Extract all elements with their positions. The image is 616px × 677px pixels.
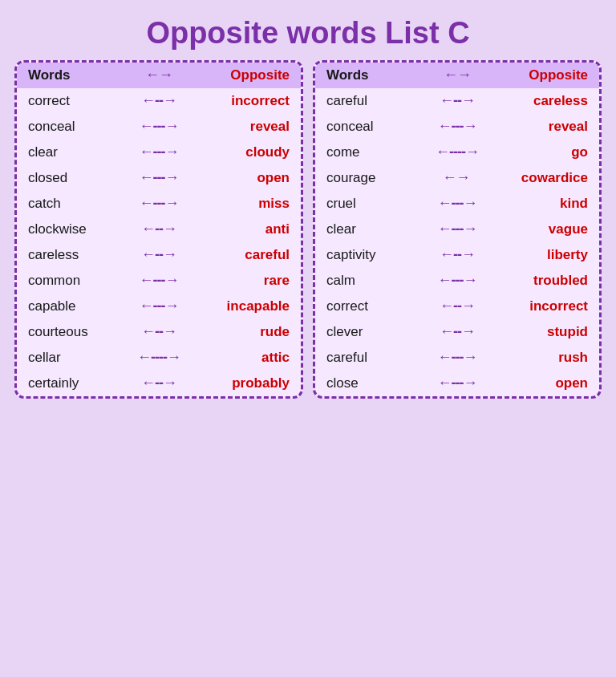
word-label: conceal [28, 119, 92, 135]
word-label: calm [326, 273, 391, 289]
table-row: clever ←‑‑→ stupid [315, 319, 599, 345]
right-table: Words ←→ Opposite careful ←‑‑→ careless … [313, 60, 602, 399]
word-label: clear [28, 144, 92, 160]
word-label: closed [28, 170, 92, 186]
arrow-icon: ←‑‑‑→ [92, 272, 225, 289]
opposite-label: miss [225, 196, 290, 212]
right-table-header: Words ←→ Opposite [315, 63, 599, 88]
arrow-icon: ←‑‑→ [391, 92, 524, 109]
word-label: correct [326, 298, 391, 314]
table-row: courage ←→ cowardice [315, 165, 599, 191]
opposite-label: careful [225, 247, 290, 263]
table-row: correct ←‑‑→ incorrect [17, 88, 301, 114]
arrow-icon: ←‑‑‑→ [391, 349, 524, 366]
left-table: Words ←→ Opposite correct ←‑‑→ incorrect… [14, 60, 303, 399]
main-columns: Words ←→ Opposite correct ←‑‑→ incorrect… [8, 60, 608, 399]
opposite-label: careless [524, 93, 588, 109]
table-row: clear ←‑‑‑→ vague [315, 217, 599, 242]
arrow-icon: ←‑‑‑‑→ [391, 144, 524, 160]
opposite-label: reveal [524, 119, 588, 135]
arrow-icon: ←‑‑‑→ [391, 195, 524, 212]
opposite-label: open [524, 375, 588, 391]
table-row: careful ←‑‑‑→ rush [315, 345, 599, 371]
word-label: capable [28, 298, 92, 314]
table-row: come ←‑‑‑‑→ go [315, 140, 599, 165]
left-header-opposite: Opposite [225, 67, 290, 83]
left-header-arrow: ←→ [92, 67, 225, 83]
table-row: cruel ←‑‑‑→ kind [315, 191, 599, 217]
table-row: careless ←‑‑→ careful [17, 242, 301, 268]
opposite-label: stupid [524, 324, 588, 340]
right-header-word: Words [326, 67, 391, 83]
opposite-label: go [524, 144, 588, 160]
word-label: come [326, 144, 391, 160]
word-label: catch [28, 196, 92, 212]
word-label: cruel [326, 196, 391, 212]
opposite-label: rare [225, 273, 290, 289]
table-row: catch ←‑‑‑→ miss [17, 191, 301, 217]
word-label: clear [326, 221, 391, 237]
table-row: certainly ←‑‑→ probably [17, 371, 301, 396]
word-label: courage [326, 170, 391, 186]
arrow-icon: ←‑‑‑→ [92, 298, 225, 314]
left-header-word: Words [28, 67, 92, 83]
arrow-icon: ←‑‑‑→ [391, 118, 524, 135]
word-label: careful [326, 350, 391, 366]
right-header-opposite: Opposite [524, 67, 588, 83]
table-row: conceal ←‑‑‑→ reveal [17, 114, 301, 140]
table-row: capable ←‑‑‑→ incapable [17, 294, 301, 319]
opposite-label: anti [225, 221, 290, 237]
word-label: common [28, 273, 92, 289]
table-row: clear ←‑‑‑→ cloudy [17, 140, 301, 165]
opposite-label: vague [524, 221, 588, 237]
table-row: calm ←‑‑‑→ troubled [315, 268, 599, 294]
opposite-label: troubled [524, 273, 588, 289]
table-row: correct ←‑‑→ incorrect [315, 294, 599, 319]
arrow-icon: ←→ [391, 169, 521, 186]
table-row: clockwise ←‑‑→ anti [17, 217, 301, 242]
word-label: clever [326, 324, 391, 340]
word-label: certainly [28, 375, 92, 391]
opposite-label: rush [524, 350, 588, 366]
opposite-label: open [225, 170, 290, 186]
word-label: courteous [28, 324, 92, 340]
table-row: courteous ←‑‑→ rude [17, 319, 301, 345]
arrow-icon: ←‑‑→ [92, 221, 225, 237]
opposite-label: reveal [225, 119, 290, 135]
opposite-label: probably [225, 375, 290, 391]
opposite-label: rude [225, 324, 290, 340]
word-label: conceal [326, 119, 391, 135]
arrow-icon: ←‑‑‑→ [92, 144, 225, 160]
arrow-icon: ←‑‑→ [391, 298, 524, 314]
arrow-icon: ←‑‑‑→ [391, 272, 524, 289]
arrow-icon: ←‑‑→ [92, 246, 225, 263]
opposite-label: kind [524, 196, 588, 212]
opposite-label: incapable [225, 298, 290, 314]
arrow-icon: ←‑‑→ [92, 92, 225, 109]
table-row: closed ←‑‑‑→ open [17, 165, 301, 191]
opposite-label: liberty [524, 247, 588, 263]
word-label: careful [326, 93, 391, 109]
arrow-icon: ←‑‑‑‑→ [92, 349, 225, 366]
arrow-icon: ←‑‑‑→ [92, 169, 225, 186]
word-label: clockwise [28, 221, 92, 237]
opposite-label: cloudy [225, 144, 290, 160]
right-header-arrow: ←→ [391, 67, 524, 83]
table-row: common ←‑‑‑→ rare [17, 268, 301, 294]
table-row: captivity ←‑‑→ liberty [315, 242, 599, 268]
table-row: conceal ←‑‑‑→ reveal [315, 114, 599, 140]
word-label: cellar [28, 350, 92, 366]
opposite-label: cowardice [521, 170, 588, 186]
table-row: cellar ←‑‑‑‑→ attic [17, 345, 301, 371]
table-row: close ←‑‑‑→ open [315, 371, 599, 396]
word-label: careless [28, 247, 92, 263]
word-label: captivity [326, 247, 391, 263]
arrow-icon: ←‑‑→ [92, 323, 225, 340]
arrow-icon: ←‑‑→ [391, 246, 524, 263]
left-table-header: Words ←→ Opposite [17, 63, 301, 88]
opposite-label: incorrect [524, 298, 588, 314]
opposite-label: incorrect [225, 93, 290, 109]
opposite-label: attic [225, 350, 290, 366]
arrow-icon: ←‑‑‑→ [391, 375, 524, 391]
arrow-icon: ←‑‑‑→ [92, 118, 225, 135]
